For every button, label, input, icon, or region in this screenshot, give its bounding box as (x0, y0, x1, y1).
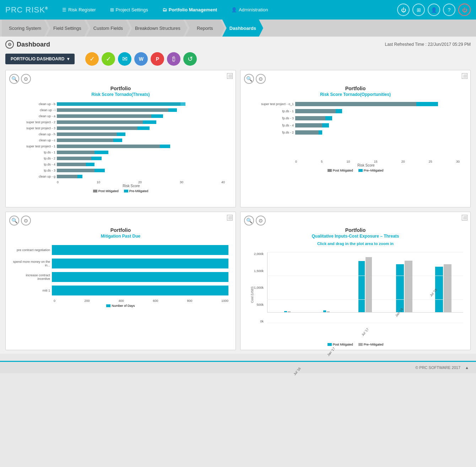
tornado-threats-zoom-btn[interactable]: 🔍 (9, 74, 19, 84)
ppt-export-btn[interactable]: P (151, 52, 164, 66)
tornado-opps-expand-btn[interactable]: ⬜ (462, 73, 467, 79)
cost-chart-subtitle2: Click and drag in the plot area to zoom … (244, 241, 467, 246)
word-export-btn[interactable]: W (134, 52, 148, 66)
tab-field-settings[interactable]: Field Settings (46, 20, 88, 37)
footer: © PRC SOFTWARE 2017 ▲ (0, 361, 476, 373)
tornado-threats-xlabel: Risk Score (13, 184, 228, 188)
nav-project-settings-label: Project Settings (116, 7, 148, 12)
mitigation-zoom-btn[interactable]: 🔍 (9, 216, 19, 226)
power-icon-btn[interactable]: ⏻ (458, 4, 471, 16)
toolbar-icons: ✓ ✓ ✉ W P ₿ ↺ (85, 52, 197, 66)
mitigation-xaxis: 02004006008001000 (13, 299, 228, 303)
refresh-time: Last Refreshed Time : 22/Jun/2017 05:29 … (385, 42, 471, 47)
tornado-opps-chart: super test project - o_1 tp.ds - 1 fp.ds… (244, 100, 467, 183)
export-orange-btn[interactable]: ✓ (85, 52, 99, 66)
tornado-threats-export-btn[interactable]: ⊙ (21, 74, 31, 84)
dashboard-icon: ⊙ (5, 40, 14, 49)
nav-administration[interactable]: 👤 Administration (228, 5, 271, 14)
tornado-threats-subtitle: Risk Score Tornado(Threats) (9, 92, 232, 97)
nav-admin-icon: 👤 (231, 7, 237, 12)
tornado-opps-header: 🔍 ⊙ (244, 74, 467, 84)
tab-breakdown-structures[interactable]: Breakdown Structures (128, 20, 188, 37)
tornado-opps-legend: Post Mitigated Pre–Mitigated (248, 169, 463, 172)
cost-expand-btn[interactable]: ⬜ (462, 215, 467, 221)
cost-exposure-header: 🔍 ⊙ (244, 216, 467, 226)
dashboard-title-text: Dashboard (17, 41, 50, 48)
nav-project-settings[interactable]: ⊞ Project Settings (107, 5, 152, 14)
logo-prc: PRC (5, 5, 23, 14)
nav-risk-register-icon: ☰ (62, 7, 66, 12)
dashboard-title: ⊙ Dashboard (5, 40, 50, 49)
nav-portfolio-management[interactable]: 🗂 Portfolio Management (159, 5, 221, 14)
tornado-opps-title: Portfolio (244, 86, 467, 91)
mitigation-header: 🔍 ⊙ (9, 216, 232, 226)
tornado-threats-panel: 🔍 ⊙ ⬜ Portfolio Risk Score Tornado(Threa… (5, 70, 236, 207)
mitigation-panel: 🔍 ⊙ ⬜ Portfolio Mitigation Past Due pre … (5, 212, 236, 350)
nav-icons: ⏻ ⊞ 👤 ? ⏻ (397, 4, 471, 16)
mitigation-chart: pre contract negotiation spend more mone… (9, 241, 232, 311)
mitigation-export-btn[interactable]: ⊙ (21, 216, 31, 226)
scroll-top-btn[interactable]: ▲ (465, 365, 469, 370)
grid-icon-btn[interactable]: ⊞ (412, 4, 425, 16)
mitigation-chart-title: Portfolio (9, 227, 232, 233)
tornado-threats-expand-btn[interactable]: ⬜ (227, 73, 233, 79)
charts-grid: 🔍 ⊙ ⬜ Portfolio Risk Score Tornado(Threa… (5, 70, 471, 350)
cost-export-btn[interactable]: ⊙ (256, 216, 266, 226)
nav-admin-label: Administration (239, 7, 268, 12)
mitigation-legend: Number of Days (13, 304, 228, 308)
tornado-opps-xlabel: Risk Score (248, 163, 463, 167)
dashboard-header: ⊙ Dashboard Last Refreshed Time : 22/Jun… (5, 40, 471, 49)
toggle-icon-btn[interactable]: ⏻ (397, 4, 410, 16)
cost-chart-subtitle: Qualitative Inputs-Cost Exposure – Threa… (244, 234, 467, 239)
dashboard-container: ⊙ Dashboard Last Refreshed Time : 22/Jun… (0, 37, 476, 354)
tornado-threats-title: Portfolio (9, 86, 232, 91)
export-green-btn[interactable]: ✓ (102, 52, 115, 66)
cost-zoom-btn[interactable]: 🔍 (244, 216, 254, 226)
cost-legend: Post Mitigated Pre–Mitigated (244, 343, 467, 346)
nav-portfolio-label: Portfolio Management (169, 7, 217, 12)
nav-risk-register[interactable]: ☰ Risk Register (59, 5, 99, 14)
cost-chart-title: Portfolio (244, 227, 467, 233)
toolbar: PORTFOLIO DASHBOARD ▾ ✓ ✓ ✉ W P ₿ ↺ (5, 52, 471, 66)
tornado-opps-zoom-btn[interactable]: 🔍 (244, 74, 254, 84)
nav-portfolio-icon: 🗂 (162, 7, 167, 12)
mitigation-expand-btn[interactable]: ⬜ (227, 215, 233, 221)
tabs-bar: Scoring System Field Settings Custom Fie… (0, 20, 476, 37)
email-btn[interactable]: ✉ (118, 52, 131, 66)
cost-yaxis-label: Cost (USD) (250, 287, 254, 303)
tab-custom-fields[interactable]: Custom Fields (86, 20, 130, 37)
tornado-opps-subtitle: Risk Score Tornado(Opportunities) (244, 92, 467, 97)
top-nav: PRC RISK® ☰ Risk Register ⊞ Project Sett… (0, 0, 476, 20)
tornado-threats-xaxis: 010203040 (13, 180, 228, 184)
tornado-opportunities-panel: 🔍 ⊙ ⬜ Portfolio Risk Score Tornado(Oppor… (240, 70, 471, 207)
footer-text: © PRC SOFTWARE 2017 (415, 365, 460, 370)
tab-dashboards[interactable]: Dashboards (222, 20, 263, 37)
tornado-threats-header: 🔍 ⊙ (9, 74, 232, 84)
refresh-btn[interactable]: ↺ (183, 52, 197, 66)
logo: PRC RISK® (5, 5, 48, 15)
tornado-threats-chart: clean up - b clean up - i clean up - a (9, 100, 232, 203)
user-icon-btn[interactable]: 👤 (428, 4, 440, 16)
tornado-opps-export-btn[interactable]: ⊙ (256, 74, 266, 84)
mitigation-chart-subtitle: Mitigation Past Due (9, 234, 232, 239)
purple-export-btn[interactable]: ₿ (167, 52, 180, 66)
help-icon-btn[interactable]: ? (443, 4, 455, 16)
cost-yaxis: 2,000k 1,500k 1,000k 500k 0k (244, 252, 265, 323)
tab-scoring-system[interactable]: Scoring System (2, 20, 48, 37)
nav-risk-register-label: Risk Register (68, 7, 96, 12)
nav-project-settings-icon: ⊞ (110, 7, 114, 12)
logo-risk: RISK (23, 5, 45, 14)
cost-chart-area: 2,000k 1,500k 1,000k 500k 0k Cost (USD) (244, 249, 467, 341)
cost-bars (267, 252, 463, 313)
tab-reports[interactable]: Reports (185, 20, 225, 37)
dropdown-arrow-icon: ▾ (67, 56, 69, 61)
tornado-threats-legend: Post Mitigated Pre-Mitigated (13, 189, 228, 193)
tornado-opps-xaxis: 051015202530 (248, 160, 463, 163)
portfolio-dashboard-dropdown[interactable]: PORTFOLIO DASHBOARD ▾ (5, 54, 75, 64)
cost-exposure-panel: 🔍 ⊙ ⬜ Portfolio Qualitative Inputs-Cost … (240, 212, 471, 350)
